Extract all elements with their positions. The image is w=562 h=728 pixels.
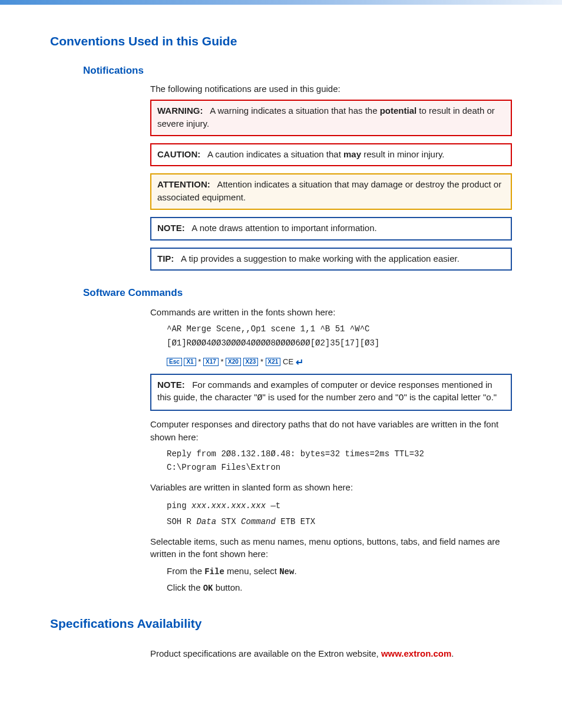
soh-1: SOH R bbox=[167, 517, 196, 526]
warning-callout: WARNING: A warning indicates a situation… bbox=[150, 100, 512, 136]
caution-label: CAUTION: bbox=[157, 149, 200, 159]
data-var: Data bbox=[196, 517, 216, 526]
star-1: * bbox=[198, 357, 201, 366]
note-label: NOTE: bbox=[157, 223, 185, 233]
tip-label: TIP: bbox=[157, 253, 174, 263]
heading-software-commands: Software Commands bbox=[83, 287, 512, 299]
cmd-line-1: ^AR Merge Scene,,Op1 scene 1,1 ^B 51 ^W^… bbox=[167, 322, 512, 337]
menu-select: menu, select bbox=[224, 566, 279, 576]
specs-paragraph: Product specifications are available on … bbox=[150, 647, 512, 660]
click-the: Click the bbox=[167, 582, 203, 592]
from-the: From the bbox=[167, 566, 204, 576]
ping-t: —t bbox=[266, 501, 280, 510]
variables-intro: Variables are written in slanted form as… bbox=[150, 481, 512, 494]
tip-text: A tip provides a suggestion to make work… bbox=[181, 253, 459, 263]
caution-text-2: result in minor injury. bbox=[361, 149, 444, 159]
ok-button-text: OK bbox=[203, 584, 213, 593]
note-text: A note draws attention to important info… bbox=[191, 223, 376, 233]
top-gradient-bar bbox=[0, 0, 562, 5]
note2-callout: NOTE: For commands and examples of compu… bbox=[150, 374, 512, 411]
ce-text: CE bbox=[283, 357, 293, 366]
note2-label: NOTE: bbox=[157, 380, 185, 390]
x23-key: X23 bbox=[243, 358, 259, 366]
x20-key: X20 bbox=[226, 358, 241, 366]
new-item: New bbox=[279, 567, 294, 577]
specs-period: . bbox=[451, 648, 454, 658]
heading-notifications: Notifications bbox=[83, 65, 512, 77]
warning-label: WARNING: bbox=[157, 106, 203, 116]
software-intro: Commands are written in the fonts shown … bbox=[150, 306, 512, 319]
response-example-block: Reply from 2Ø8.132.18Ø.48: bytes=32 time… bbox=[167, 447, 512, 476]
note2-zero: Ø bbox=[257, 393, 263, 403]
heading-conventions: Conventions Used in this Guide bbox=[50, 34, 512, 48]
x21-key: X21 bbox=[266, 358, 281, 366]
warning-text-1: A warning indicates a situation that has… bbox=[210, 106, 380, 116]
ok-button-example: Click the OK button. bbox=[167, 581, 512, 595]
heading-specifications: Specifications Availability bbox=[50, 617, 512, 631]
attention-callout: ATTENTION: Attention indicates a situati… bbox=[150, 173, 512, 210]
file-menu: File bbox=[204, 567, 224, 577]
note-callout: NOTE: A note draws attention to importan… bbox=[150, 217, 512, 241]
ping-cmd: ping bbox=[167, 501, 191, 510]
resp-line-2: C:\Program Files\Extron bbox=[167, 461, 512, 475]
notifications-intro: The following notifications are used in … bbox=[150, 84, 512, 94]
resp-line-1: Reply from 2Ø8.132.18Ø.48: bytes=32 time… bbox=[167, 447, 512, 462]
button-period: button. bbox=[213, 582, 243, 592]
cmd-line-2: [Ø1]RØØØ4ØØ3ØØØØ4ØØØØ8ØØØØ6ØØ[Ø2]35[17][… bbox=[167, 337, 512, 351]
command-var: Command bbox=[241, 517, 276, 526]
enter-arrow-icon: ↵ bbox=[296, 357, 303, 367]
esc-key: Esc bbox=[167, 358, 182, 366]
period-1: . bbox=[294, 566, 296, 576]
star-3: * bbox=[260, 357, 263, 366]
tip-callout: TIP: A tip provides a suggestion to make… bbox=[150, 248, 512, 271]
extron-link[interactable]: www.extron.com bbox=[381, 648, 451, 658]
file-menu-example: From the File menu, select New. bbox=[167, 564, 512, 578]
etb: ETB ETX bbox=[276, 517, 315, 526]
selectable-intro: Selectable items, such as menu names, me… bbox=[150, 535, 512, 561]
warning-bold: potential bbox=[380, 106, 417, 116]
ping-var: xxx.xxx.xxx.xxx bbox=[191, 501, 266, 510]
caution-callout: CAUTION: A caution indicates a situation… bbox=[150, 143, 512, 167]
note2-text-2: " is used for the number zero and " bbox=[263, 392, 399, 402]
attention-label: ATTENTION: bbox=[157, 179, 210, 189]
specs-text: Product specifications are available on … bbox=[150, 648, 381, 658]
x17-key: X17 bbox=[203, 358, 219, 366]
esc-command-line: Esc X1 * X17 * X20 X23 * X21 CE ↵ bbox=[167, 357, 512, 368]
command-example-block: ^AR Merge Scene,,Op1 scene 1,1 ^B 51 ^W^… bbox=[167, 322, 512, 351]
page-content: Conventions Used in this Guide Notificat… bbox=[0, 5, 562, 687]
variables-example-block: ping xxx.xxx.xxx.xxx —t SOH R Data STX C… bbox=[167, 498, 512, 529]
star-2: * bbox=[220, 357, 223, 366]
x1-key: X1 bbox=[184, 358, 196, 366]
response-intro: Computer responses and directory paths t… bbox=[150, 418, 512, 444]
stx: STX bbox=[216, 517, 241, 526]
note2-text-3: " is the capital letter "o." bbox=[404, 392, 497, 402]
caution-bold: may bbox=[343, 149, 361, 159]
caution-text-1: A caution indicates a situation that bbox=[207, 149, 343, 159]
